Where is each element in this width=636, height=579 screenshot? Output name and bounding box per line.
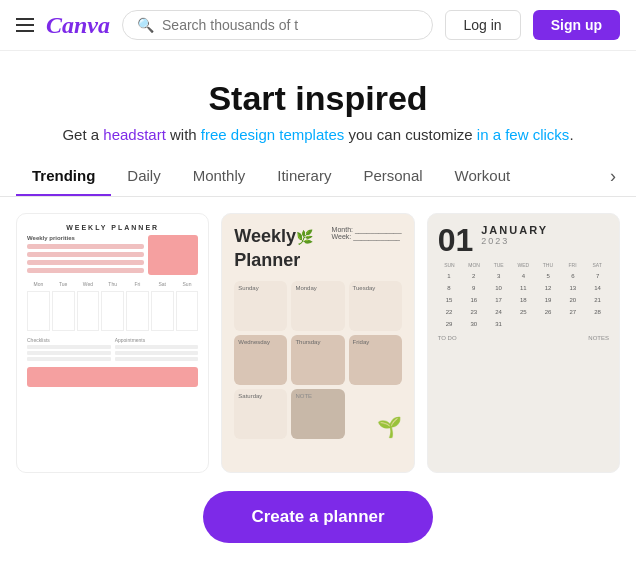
category-tabs: Trending Daily Monthly Itinerary Persona… (0, 157, 636, 197)
hero-subtitle: Get a headstart with free design templat… (20, 126, 616, 143)
card2-note-cell: NOTE (291, 389, 344, 439)
card3-header: 01 JANUARY 2023 (438, 224, 609, 256)
tab-itinerary[interactable]: Itinerary (261, 157, 347, 196)
tab-daily[interactable]: Daily (111, 157, 176, 196)
card1-title: WEEKLY PLANNER (27, 224, 198, 231)
template-card-beige-planner[interactable]: Weekly🌿 Planner Month: ____________ Week… (221, 213, 414, 473)
canva-logo: Canva (46, 12, 110, 39)
card2-day-tuesday: Tuesday (349, 281, 402, 331)
hamburger-menu[interactable] (16, 18, 34, 32)
header: Canva 🔍 Log in Sign up (0, 0, 636, 51)
card3-day-number: 01 (438, 224, 474, 256)
card2-day-grid: Sunday Monday Tuesday Wednesday Thursday… (234, 281, 401, 439)
search-icon: 🔍 (137, 17, 154, 33)
card2-title-planner: Planner (234, 250, 313, 272)
card1-bottom: Checklists Appointments (27, 337, 198, 363)
card2-day-wednesday: Wednesday (234, 335, 287, 385)
card2-title-weekly: Weekly🌿 (234, 226, 313, 248)
card1-notes-box (148, 235, 198, 275)
card2-week-label: Week: ____________ (332, 233, 402, 240)
card2-day-friday: Friday (349, 335, 402, 385)
create-planner-button[interactable]: Create a planner (203, 491, 432, 543)
card2-day-monday: Monday (291, 281, 344, 331)
card2-day-saturday: Saturday (234, 389, 287, 439)
card3-footer: TO DO NOTES (438, 335, 609, 341)
card3-month: JANUARY (481, 224, 548, 236)
template-cards: WEEKLY PLANNER Weekly priorities Mon Tue… (0, 197, 636, 473)
card3-date-grid: 1234567 891011121314 15161718192021 2223… (438, 271, 609, 329)
hero-title: Start inspired (20, 79, 616, 118)
tab-trending[interactable]: Trending (16, 157, 111, 196)
tab-personal[interactable]: Personal (347, 157, 438, 196)
login-button[interactable]: Log in (445, 10, 521, 40)
hero-section: Start inspired Get a headstart with free… (0, 51, 636, 157)
signup-button[interactable]: Sign up (533, 10, 620, 40)
search-bar[interactable]: 🔍 (122, 10, 433, 40)
card3-year: 2023 (481, 236, 548, 246)
card1-timegrid (27, 291, 198, 331)
tabs-next-arrow[interactable]: › (606, 158, 620, 195)
card1-priorities: Weekly priorities (27, 235, 198, 276)
create-planner-section: Create a planner (0, 473, 636, 543)
card2-month-label: Month: ____________ (332, 226, 402, 233)
card2-day-sunday: Sunday (234, 281, 287, 331)
template-card-pink-planner[interactable]: WEEKLY PLANNER Weekly priorities Mon Tue… (16, 213, 209, 473)
card2-day-thursday: Thursday (291, 335, 344, 385)
search-input[interactable] (162, 17, 418, 33)
card1-reminder-box (27, 367, 198, 387)
tab-monthly[interactable]: Monthly (177, 157, 262, 196)
card3-day-labels: SUN MON TUE WED THU FRI SAT (438, 262, 609, 268)
template-card-january-calendar[interactable]: 01 JANUARY 2023 SUN MON TUE WED THU FRI … (427, 213, 620, 473)
tab-workout[interactable]: Workout (439, 157, 527, 196)
card1-days: Mon Tue Wed Thu Fri Sat Sun (27, 281, 198, 287)
